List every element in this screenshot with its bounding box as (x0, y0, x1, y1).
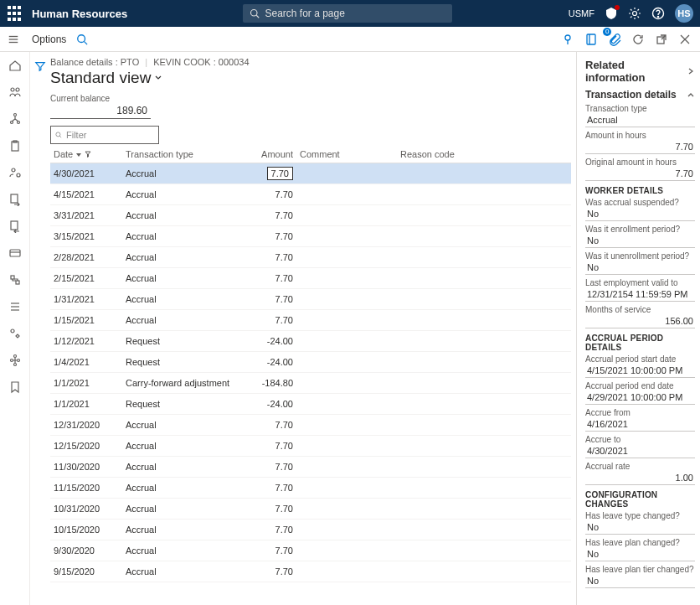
cell-type: Accrual (126, 273, 234, 283)
field-label: Has leave plan changed? (585, 538, 695, 547)
cell-amount: 7.70 (234, 420, 293, 430)
table-row[interactable]: 9/15/2020Accrual7.70 (50, 561, 571, 582)
field-value: No (585, 261, 695, 275)
cell-date: 10/15/2020 (50, 525, 126, 535)
nav-org-icon[interactable] (8, 112, 22, 126)
table-row[interactable]: 3/15/2021Accrual7.70 (50, 226, 571, 247)
cell-type: Accrual (126, 566, 234, 577)
nav-home-icon[interactable] (8, 59, 22, 72)
nav-people-icon[interactable] (8, 85, 22, 99)
cell-type: Accrual (126, 504, 234, 514)
avatar[interactable]: HS (675, 4, 693, 23)
table-row[interactable]: 3/31/2021Accrual7.70 (50, 205, 571, 226)
col-amount-header[interactable]: Amount (234, 149, 293, 159)
attach-icon[interactable]: 0 (608, 33, 621, 46)
table-row[interactable]: 11/30/2020Accrual7.70 (50, 457, 571, 478)
cell-type: Request (126, 357, 234, 367)
table-row[interactable]: 2/15/2021Accrual7.70 (50, 268, 571, 289)
svg-point-8 (78, 34, 85, 42)
notification-dot (615, 5, 620, 10)
col-type-header[interactable]: Transaction type (126, 149, 234, 159)
svg-line-1 (257, 15, 260, 18)
table-row[interactable]: 4/30/2021Accrual7.70 (50, 163, 571, 184)
close-icon[interactable] (678, 33, 692, 46)
table-row[interactable]: 1/1/2021Carry-forward adjustment-184.80 (50, 373, 571, 394)
help-icon[interactable] (651, 7, 665, 20)
nav-person-gear-icon[interactable] (8, 166, 22, 179)
table-row[interactable]: 11/15/2020Accrual7.70 (50, 478, 571, 499)
table-row[interactable]: 10/31/2020Accrual7.70 (50, 499, 571, 520)
grid-filter-input[interactable]: Filter (50, 126, 159, 144)
options-button[interactable]: Options (32, 34, 66, 45)
waffle-icon[interactable] (7, 6, 22, 21)
cell-date: 12/31/2020 (50, 420, 126, 430)
table-row[interactable]: 1/31/2021Accrual7.70 (50, 289, 571, 310)
nav-clipboard-icon[interactable] (8, 139, 22, 153)
nav-bookmark-icon[interactable] (8, 380, 22, 394)
cmd-search-icon[interactable] (76, 34, 88, 45)
svg-point-4 (657, 16, 658, 17)
breadcrumb-part2: KEVIN COOK : 000034 (153, 57, 249, 67)
cell-amount: 7.70 (234, 441, 293, 451)
hamburger-icon[interactable] (3, 34, 23, 45)
col-reason-header[interactable]: Reason code (394, 149, 571, 159)
table-row[interactable]: 1/15/2021Accrual7.70 (50, 310, 571, 331)
nav-star-icon[interactable] (8, 327, 22, 340)
cell-amount: 7.70 (234, 525, 293, 535)
svg-point-24 (12, 168, 15, 172)
view-selector[interactable]: Standard view (50, 69, 571, 87)
section-accrual: ACCRUAL PERIOD DETAILS (585, 334, 695, 352)
pin-icon[interactable] (561, 33, 574, 46)
current-balance-value: 189.60 (50, 103, 151, 119)
field-label: Has leave type changed? (585, 511, 695, 520)
col-comment-header[interactable]: Comment (293, 149, 394, 159)
cell-comment (293, 231, 394, 241)
search-placeholder: Search for a page (265, 8, 344, 19)
table-row[interactable]: 1/12/2021Request-24.00 (50, 331, 571, 352)
table-row[interactable]: 12/31/2020Accrual7.70 (50, 415, 571, 436)
cell-reason (394, 566, 571, 577)
cell-reason (394, 483, 571, 493)
nav-card-icon[interactable] (8, 246, 22, 260)
table-row[interactable]: 2/28/2021Accrual7.70 (50, 247, 571, 268)
cell-reason (394, 378, 571, 388)
cell-reason (394, 189, 571, 199)
filter-pane-icon[interactable] (34, 60, 46, 72)
field-value: 12/31/2154 11:59:59 PM (585, 287, 695, 302)
nav-list-icon[interactable] (8, 300, 22, 313)
cell-date: 1/1/2021 (50, 378, 126, 388)
table-row[interactable]: 4/15/2021Accrual7.70 (50, 184, 571, 205)
app-title: Human Resources (32, 8, 127, 20)
popout-icon[interactable] (655, 33, 668, 46)
chevron-up-icon[interactable] (687, 90, 695, 99)
table-row[interactable]: 12/15/2020Accrual7.70 (50, 436, 571, 457)
cell-comment (293, 546, 394, 556)
cell-reason (394, 462, 571, 472)
book-icon[interactable] (584, 33, 598, 46)
search-input[interactable]: Search for a page (243, 4, 452, 23)
grid-body[interactable]: 4/30/2021Accrual7.704/15/2021Accrual7.70… (50, 163, 571, 604)
nav-tree-icon[interactable] (8, 354, 22, 367)
cell-amount: 7.70 (234, 252, 293, 262)
cell-date: 4/30/2021 (50, 168, 126, 178)
field-label: Accrual period end date (585, 381, 695, 390)
nav-doc-export-icon[interactable] (8, 193, 22, 206)
company-code[interactable]: USMF (569, 8, 594, 18)
cell-type: Accrual (126, 315, 234, 325)
column-filter-icon (85, 151, 91, 158)
table-row[interactable]: 1/4/2021Request-24.00 (50, 352, 571, 373)
nav-settings-icon[interactable] (8, 273, 22, 287)
chevron-right-icon[interactable] (687, 67, 695, 75)
cell-reason (394, 420, 571, 430)
table-row[interactable]: 10/15/2020Accrual7.70 (50, 520, 571, 540)
table-row[interactable]: 9/30/2020Accrual7.70 (50, 540, 571, 561)
refresh-icon[interactable] (631, 33, 645, 46)
cell-date: 9/15/2020 (50, 566, 126, 577)
notifications-icon[interactable] (605, 7, 618, 20)
nav-doc-import-icon[interactable] (8, 220, 22, 233)
gear-icon[interactable] (628, 7, 641, 20)
cell-comment (293, 168, 394, 178)
field-label: Months of service (585, 305, 695, 314)
col-date-header[interactable]: Date (50, 149, 126, 159)
table-row[interactable]: 1/1/2021Request-24.00 (50, 394, 571, 415)
